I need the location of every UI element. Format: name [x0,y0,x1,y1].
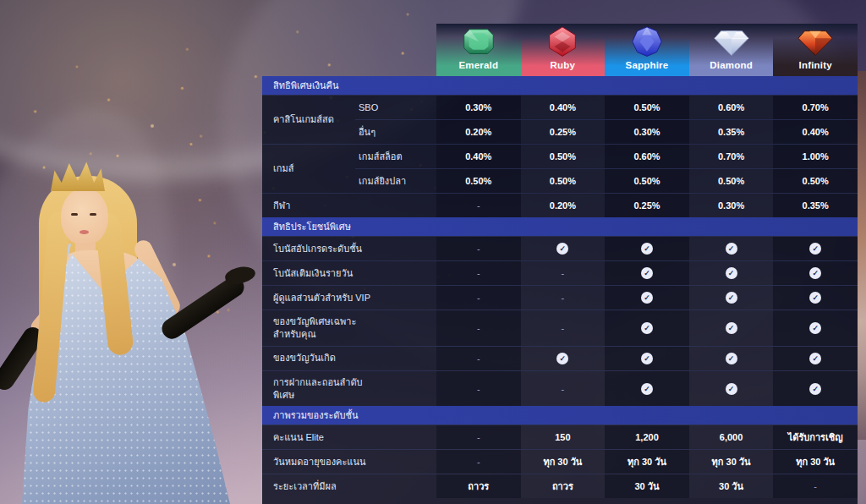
value-cell: 0.40% [773,120,858,144]
cell-value: - [477,432,480,442]
value-cell: - [521,371,606,407]
value-cell: 0.70% [689,145,774,168]
cell-value: 0.25% [550,127,576,137]
ruby-gem-icon [543,25,582,59]
cell-value: 0.20% [550,200,576,211]
cell-value: - [814,481,817,491]
tier-tab-diamond[interactable]: Diamond [689,24,774,76]
value-cell: - [521,286,606,310]
value-cell: 1,200 [605,425,689,449]
check-icon: ✓ [641,243,653,255]
diamond-gem-icon [712,25,751,59]
value-cell: ✓ [521,347,606,370]
check-icon: ✓ [809,243,821,255]
table-row: เกมส์เกมส์สล็อต0.40%0.50%0.60%0.70%1.00%… [262,144,858,193]
check-icon: ✓ [641,353,653,364]
value-cell: ✓ [521,237,606,260]
value-cell: 30 วัน [605,474,689,498]
subrow-label: เกมส์สล็อต [355,145,436,168]
cell-value: - [477,244,480,254]
value-cell: 0.30% [689,194,774,217]
emerald-gem-icon [459,25,498,59]
value-cell: ทุก 30 วัน [773,450,858,474]
value-cell: 0.70% [773,96,858,119]
table-subrow: SBO0.30%0.40%0.50%0.60%0.70% [355,96,858,119]
value-cell: ✓ [689,286,774,310]
table-row: คะแนน Elite-1501,2006,000ได้รับการเชิญ [262,425,858,449]
cell-value: 0.50% [633,176,660,186]
tier-tab-infinity[interactable]: Infinity [773,24,858,76]
section-header: สิทธิพิเศษเงินคืน [262,76,858,95]
cell-value: 0.40% [803,127,829,137]
cell-value: 0.60% [718,102,744,112]
value-cell: ✓ [689,347,774,370]
cell-value: 0.25% [633,200,660,211]
cell-value: 30 วัน [719,479,743,494]
cell-value: - [477,457,480,467]
value-cell: 0.25% [605,194,689,217]
subrow-label: อื่นๆ [355,120,436,144]
cell-value: ทุก 30 วัน [712,454,751,469]
cell-value: 0.40% [465,151,491,162]
section-title: ภาพรวมของระดับชั้น [273,408,358,423]
value-cell: ✓ [773,237,858,260]
cell-value: ถาวร [468,479,489,494]
cell-value: 0.30% [465,102,491,112]
sapphire-gem-icon [628,25,666,59]
check-icon: ✓ [726,322,737,334]
tier-name: Sapphire [626,60,669,70]
cell-value: 0.35% [718,127,744,137]
cell-value: 30 วัน [634,479,659,494]
section-header: ภาพรวมของระดับชั้น [262,406,858,425]
value-cell: 30 วัน [689,474,774,498]
cell-value: - [477,200,480,211]
infinity-gem-icon [796,25,835,59]
value-cell: ทุก 30 วัน [605,450,689,474]
cell-value: 0.50% [718,176,744,186]
value-cell: - [521,310,606,346]
row-group-label: เกมส์ [262,145,355,193]
subrow-label: SBO [355,96,436,119]
value-cell: 1.00% [773,145,858,168]
vip-tier-table-panel: EmeraldRubySapphireDiamondInfinity สิทธิ… [262,0,866,504]
tier-tab-emerald[interactable]: Emerald [436,24,521,76]
value-cell: ✓ [773,286,858,310]
row-label: กีฬา [262,194,436,217]
value-cell: 0.20% [521,194,606,217]
value-cell: 0.50% [605,96,689,119]
cell-value: 150 [555,432,570,442]
value-cell: - [436,237,521,260]
value-cell: 0.50% [689,169,774,193]
cell-value: ถาวร [552,479,573,494]
table-row: โบนัสเติมเงินรายวัน--✓✓✓ [262,260,858,285]
check-icon: ✓ [641,292,653,304]
cell-value: - [562,384,565,394]
tier-tab-ruby[interactable]: Ruby [521,24,606,76]
value-cell: ✓ [773,371,858,407]
cell-value: 0.50% [803,176,829,186]
value-cell: 0.50% [605,169,689,193]
check-icon: ✓ [556,243,568,255]
table-row: กีฬา-0.20%0.25%0.30%0.35% [262,193,858,217]
cell-value: 0.35% [803,200,829,211]
tier-tab-sapphire[interactable]: Sapphire [605,24,689,76]
value-cell: ✓ [773,347,858,370]
check-icon: ✓ [556,353,568,364]
value-cell: - [521,261,606,285]
tier-name: Ruby [551,60,576,70]
value-cell: 0.40% [436,145,521,168]
value-cell: 0.35% [689,120,774,144]
check-icon: ✓ [726,383,737,395]
value-cell: - [436,286,521,310]
cell-value: 0.30% [718,200,744,211]
value-cell: ✓ [605,347,689,370]
cell-value: ทุก 30 วัน [628,454,666,469]
check-icon: ✓ [726,292,737,304]
value-cell: ถาวร [521,474,606,498]
section-header: สิทธิประโยชน์พิเศษ [262,217,858,236]
value-cell: 0.50% [521,169,606,193]
value-cell: ✓ [689,237,774,260]
cell-value: - [562,268,565,278]
value-cell: - [436,310,521,346]
tier-header-row: EmeraldRubySapphireDiamondInfinity [436,24,858,76]
